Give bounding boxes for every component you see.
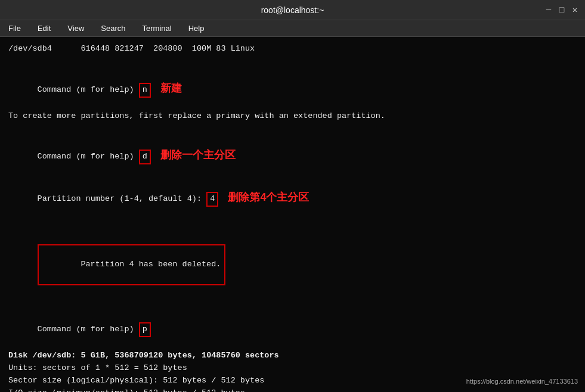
sdb4-line: /dev/sdb4 616448 821247 204800 100M 83 L… bbox=[8, 43, 577, 55]
deleted-msg: Partition 4 has been deleted. bbox=[81, 260, 221, 269]
n-key: n bbox=[143, 85, 147, 94]
blank1 bbox=[8, 55, 577, 68]
disk-info-line: Disk /dev/sdb: 5 GiB, 5368709120 bytes, … bbox=[8, 350, 577, 362]
terminal-window: root@localhost:~ ─ □ ✕ File Edit View Se… bbox=[0, 0, 585, 392]
ann-d4: 删除第4个主分区 bbox=[228, 191, 309, 203]
menu-search[interactable]: Search bbox=[97, 23, 129, 34]
status-url: https://blog.csdn.net/weixin_47133613 bbox=[466, 378, 578, 385]
menu-view[interactable]: View bbox=[64, 23, 88, 34]
cmd-d-label: Command (m for help) bbox=[38, 152, 139, 161]
menu-help[interactable]: Help bbox=[185, 23, 208, 34]
partition-prompt: Partition number (1-4, default 4): bbox=[38, 194, 207, 203]
blank2 bbox=[8, 123, 577, 135]
terminal-body[interactable]: /dev/sdb4 616448 821247 204800 100M 83 L… bbox=[0, 37, 585, 392]
p-key: p bbox=[143, 325, 147, 334]
minimize-button[interactable]: ─ bbox=[544, 6, 553, 14]
deleted-msg-box: Partition 4 has been deleted. bbox=[38, 244, 226, 285]
menu-file[interactable]: File bbox=[5, 23, 24, 34]
deleted-line: Partition 4 has been deleted. bbox=[8, 232, 577, 298]
cmd-n-label: Command (m for help) bbox=[38, 85, 139, 94]
title-bar: root@localhost:~ ─ □ ✕ bbox=[0, 0, 585, 20]
p-key-box: p bbox=[139, 322, 151, 337]
menu-bar: File Edit View Search Terminal Help bbox=[0, 20, 585, 37]
menu-edit[interactable]: Edit bbox=[34, 23, 54, 34]
ann-n: 新建 bbox=[160, 82, 182, 94]
menu-terminal[interactable]: Terminal bbox=[139, 23, 175, 34]
d-key-box: d bbox=[139, 150, 151, 164]
maximize-button[interactable]: □ bbox=[558, 6, 566, 14]
window-title: root@localhost:~ bbox=[261, 5, 324, 15]
blank4 bbox=[8, 298, 577, 310]
window-controls: ─ □ ✕ bbox=[544, 6, 579, 14]
d4-key-box: 4 bbox=[206, 192, 218, 207]
ann-d: 删除一个主分区 bbox=[160, 149, 236, 161]
units-line: Units: sectors of 1 * 512 = 512 bytes bbox=[8, 362, 577, 375]
d-key: d bbox=[143, 152, 147, 161]
partition-number-line: Partition number (1-4, default 4): 4 删除第… bbox=[8, 177, 577, 219]
n-key-box: n bbox=[139, 83, 151, 98]
cmd-p-line: Command (m for help) p bbox=[8, 310, 577, 350]
cmd-p-label: Command (m for help) bbox=[38, 325, 139, 334]
blank3 bbox=[8, 219, 577, 232]
close-button[interactable]: ✕ bbox=[571, 6, 579, 14]
create-more-line: To create more partitions, first replace… bbox=[8, 110, 577, 123]
cmd-n-line: Command (m for help) n 新建 bbox=[8, 68, 577, 110]
d4-key: 4 bbox=[210, 194, 215, 203]
cmd-d-line: Command (m for help) d 删除一个主分区 bbox=[8, 135, 577, 177]
